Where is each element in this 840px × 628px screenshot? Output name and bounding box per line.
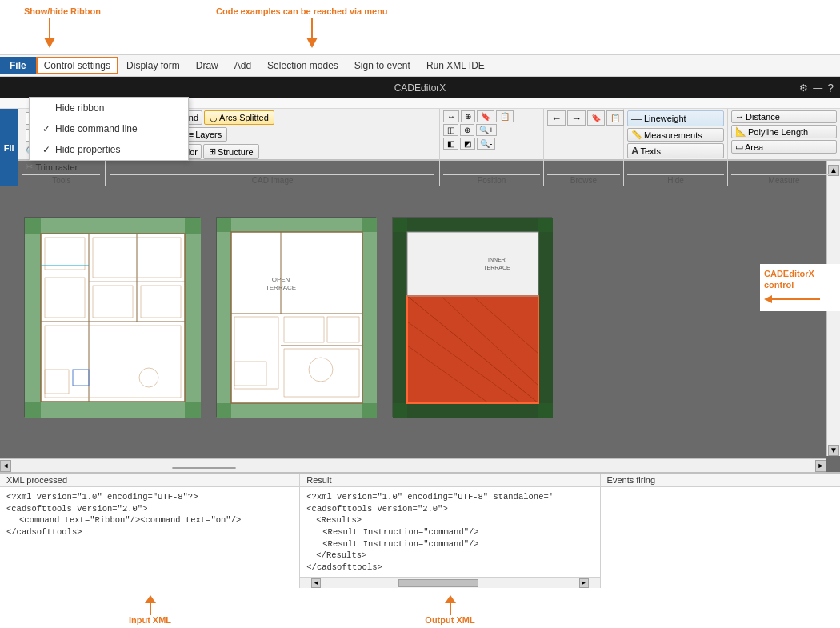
pos-btn-1[interactable]: ↔: [443, 110, 459, 122]
svg-rect-28: [362, 218, 377, 418]
trim-raster-icon: ✂: [26, 162, 33, 172]
result-scroll-thumb[interactable]: [398, 579, 478, 587]
menu-display-form[interactable]: Display form: [118, 57, 188, 74]
bottom-panels: XML processed <?xml version="1.0" encodi…: [0, 472, 840, 588]
panel-result: Result <?xml version="1.0" encoding="UTF…: [300, 474, 600, 588]
ribbon-btn-layers[interactable]: ≡ Layers: [183, 127, 227, 142]
svg-marker-1: [44, 38, 55, 48]
svg-rect-24: [217, 218, 377, 418]
annotation-show-hide-ribbon: Show/hide Ribbon: [24, 6, 101, 16]
pos-btn-8[interactable]: ◩: [460, 138, 475, 150]
cad-settings-icon[interactable]: ⚙: [799, 82, 808, 94]
cad-header: CADEditorX ⚙ — ?: [0, 77, 840, 98]
panel-xml-processed: XML processed <?xml version="1.0" encodi…: [0, 474, 300, 588]
panel-events: Events firing: [601, 474, 840, 588]
svg-rect-7: [25, 218, 41, 418]
menu-file[interactable]: File: [0, 57, 36, 74]
cad-title: CADEditorX: [394, 82, 446, 94]
scroll-left-btn[interactable]: ◄: [0, 460, 11, 472]
ribbon-section-position: ↔ ⊕ 🔖 📋 ◫ ⊕ 🔍+ ◧ ◩ 🔍- Position: [440, 109, 544, 186]
ribbon-btn-lineweight[interactable]: — Lineweight: [627, 110, 724, 126]
browse-back[interactable]: ←: [547, 110, 566, 126]
ribbon-btn-arcs-splitted[interactable]: ◡ Arcs Splitted: [204, 110, 274, 125]
result-scroll-left[interactable]: ◄: [311, 578, 321, 588]
pos-btn-4[interactable]: 📋: [496, 110, 514, 122]
distance-icon: ↔: [735, 112, 744, 122]
svg-rect-42: [393, 218, 553, 232]
browse-label: Browse: [547, 174, 620, 185]
panel-xml-title: XML processed: [0, 474, 299, 487]
menu-sign-to-event[interactable]: Sign to event: [346, 57, 418, 74]
svg-rect-27: [217, 218, 231, 418]
cad-viewer[interactable]: OPEN TERRACE: [0, 161, 840, 472]
result-scroll-right[interactable]: ►: [579, 578, 589, 588]
cad-help-icon[interactable]: ?: [827, 82, 834, 94]
svg-marker-58: [764, 295, 772, 303]
polyline-length-icon: 📐: [735, 126, 746, 137]
annotation-input-xml: Input XML: [129, 615, 171, 625]
arrow-input-xml: [138, 595, 162, 615]
panel-xml-content: <?xml version="1.0" encoding="UTF-8"?> <…: [0, 487, 299, 588]
bottom-annotations-bar: Input XML Output XML: [0, 588, 840, 628]
floor-plan-2: OPEN TERRACE: [216, 217, 376, 417]
svg-rect-26: [217, 403, 377, 418]
ribbon-btn-structure[interactable]: ⊞ Structure: [203, 144, 259, 159]
svg-marker-3: [306, 38, 318, 48]
dropdown-item-hide-cmdline[interactable]: ✓ Hide command line: [30, 118, 188, 139]
cad-minimize-icon[interactable]: —: [813, 82, 822, 94]
svg-text:TERRACE: TERRACE: [483, 265, 510, 270]
dropdown-item-hide-ribbon[interactable]: Hide ribbon: [30, 98, 188, 118]
lineweight-icon: —: [631, 112, 642, 125]
menu-draw[interactable]: Draw: [188, 57, 226, 74]
scrollbar-horizontal[interactable]: ◄ ►: [0, 458, 826, 472]
menu-add[interactable]: Add: [226, 57, 259, 74]
floor-plan-1: [24, 217, 200, 417]
position-label: Position: [443, 174, 540, 185]
ribbon-btn-area[interactable]: ▭ Area: [731, 140, 837, 154]
pos-btn-5[interactable]: ◫: [443, 124, 458, 136]
browse-btn-4[interactable]: 📋: [606, 110, 624, 126]
cad-image-label: CAD Image: [110, 174, 434, 185]
ribbon-section-hide: — Lineweight 📏 Measurements A Texts Hide: [624, 109, 728, 186]
scrollbar-thumb-h[interactable]: [172, 467, 236, 469]
svg-rect-25: [217, 218, 377, 232]
pos-btn-2[interactable]: ⊕: [461, 110, 475, 122]
svg-text:INNER: INNER: [488, 257, 506, 262]
browse-forward[interactable]: →: [567, 110, 586, 126]
menu-selection-modes[interactable]: Selection modes: [259, 57, 346, 74]
ribbon-btn-texts[interactable]: A Texts: [627, 143, 724, 158]
scroll-down-btn[interactable]: ▼: [828, 445, 839, 456]
tools-label: Tools: [22, 174, 100, 185]
pos-zoom-in[interactable]: 🔍+: [476, 124, 497, 136]
scroll-right-btn[interactable]: ►: [815, 460, 826, 472]
ribbon-btn-distance[interactable]: ↔ Distance: [731, 110, 837, 123]
area-icon: ▭: [735, 142, 743, 152]
pos-btn-3[interactable]: 🔖: [477, 110, 494, 122]
annotation-spacer: [600, 588, 840, 628]
ribbon-section-browse: ← → 🔖 📋 Browse: [544, 109, 624, 186]
measurements-icon: 📏: [631, 130, 642, 140]
menu-run-xml-ide[interactable]: Run XML IDE: [418, 57, 493, 74]
menu-control-settings[interactable]: Control settings: [36, 57, 118, 74]
annotation-output-xml: Output XML: [425, 615, 474, 625]
dropdown-control-settings: Hide ribbon ✓ Hide command line ✓ Hide p…: [29, 97, 189, 161]
svg-rect-6: [25, 402, 201, 418]
ribbon-section-measure: ↔ Distance 📐 Polyline Length ▭ Area Meas…: [728, 109, 840, 186]
browse-btn-3[interactable]: 🔖: [587, 110, 605, 126]
ribbon-file-tab[interactable]: Fil: [0, 109, 18, 186]
pos-btn-7[interactable]: ◧: [443, 138, 458, 150]
hide-label: Hide: [627, 174, 724, 185]
pos-zoom-out[interactable]: 🔍-: [477, 138, 495, 150]
ribbon-btn-trim-raster[interactable]: ✂ Trim raster: [22, 160, 100, 174]
pos-btn-6[interactable]: ⊕: [460, 124, 474, 136]
result-scrollbar[interactable]: ◄ ►: [300, 577, 599, 588]
svg-marker-60: [145, 595, 156, 603]
annotation-input-xml-container: Input XML: [0, 588, 300, 628]
ribbon-btn-polyline-length[interactable]: 📐 Polyline Length: [731, 125, 837, 138]
svg-marker-62: [445, 595, 456, 603]
ribbon-btn-measurements[interactable]: 📏 Measurements: [627, 128, 724, 142]
structure-icon: ⊞: [209, 146, 216, 157]
menubar: File Control settings Display form Draw …: [0, 54, 840, 77]
dropdown-item-hide-props[interactable]: ✓ Hide properties: [30, 139, 188, 160]
panel-events-content: [601, 487, 840, 588]
